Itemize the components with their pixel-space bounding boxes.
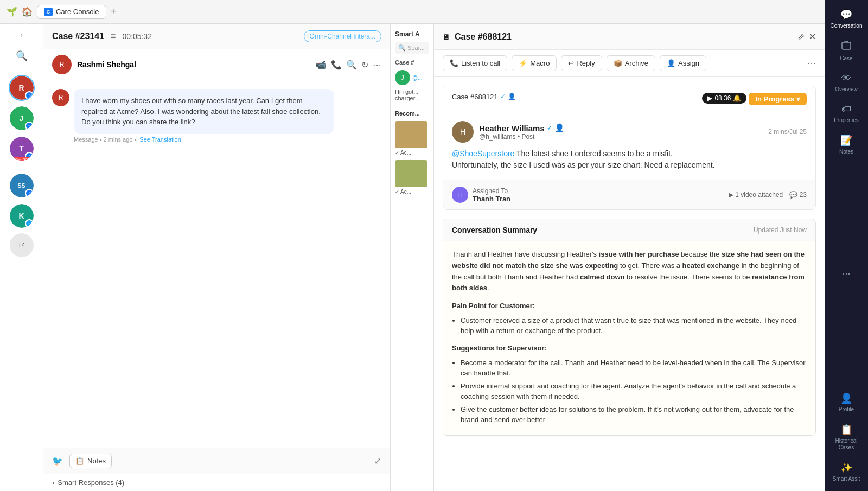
verified-icon: ✓ [500, 93, 506, 100]
sidebar-item-notes[interactable]: 📝 Notes [825, 130, 868, 160]
recommend-label: Recom... [395, 110, 429, 117]
overview-label: Overview [835, 86, 858, 93]
close-icon[interactable]: ✕ [809, 31, 816, 42]
post-text-1: The latest shoe I ordered seems to be a … [516, 149, 673, 158]
twitter-icon: 🐦 [52, 456, 63, 466]
sidebar-item-properties[interactable]: 🏷 Properties [825, 99, 868, 128]
sidebar-item-more[interactable]: ··· [825, 264, 868, 284]
pain-point-item: Customer received a size of a product th… [461, 315, 807, 336]
refresh-icon[interactable]: ↻ [361, 60, 368, 70]
sidebar-item-historical-cases[interactable]: 📋 Historical Cases [825, 419, 868, 455]
chat-footer: 🐦 📋 Notes ⤢ [43, 448, 390, 474]
summary-header: Conversation Summary Updated Just Now [443, 219, 815, 241]
smart-message-preview: Hi i got...charger... [395, 88, 429, 101]
listen-to-call-button[interactable]: 📞 Listen to call [443, 55, 507, 71]
status-badge[interactable]: In Progress ▾ [749, 93, 807, 105]
more-options-icon[interactable]: ⋯ [373, 60, 381, 70]
post-footer: TT Assigned To Thanh Tran ▶ 1 video atta… [443, 180, 815, 209]
profile-icon: 👤 [840, 392, 852, 404]
sidebar-item-overview[interactable]: 👁 Overview [825, 68, 868, 97]
volume-icon: 🔔 [733, 94, 741, 102]
notes-icon: 📝 [840, 135, 852, 146]
customer-verified-icon: ✓ [547, 124, 552, 132]
customer-info: H Heather Williams ✓ 👤 @h_williams • [452, 121, 807, 143]
browser-bar: 🌱 🏠 C Care Console + [0, 0, 825, 24]
smart-assist-search[interactable]: 🔍 Sear... [395, 42, 429, 54]
conv-header: Case #688121 ✓ 👤 ▶ 08:36 🔔 In Progress ▾ [443, 86, 815, 112]
timer-value: 08:36 [714, 94, 731, 102]
message-meta: Message • 2 mins ago • See Translation [74, 136, 334, 143]
case-panel: 🖥 Case #688121 ⇗ ✕ 📞 Listen to call ⚡ Ma… [434, 24, 825, 491]
video-attachment: ▶ 1 video attached [729, 191, 783, 199]
conversation-label: Conversation [831, 23, 863, 29]
supervisor-list: Become a moderator for the call. Thanh a… [452, 358, 807, 425]
brand-mention: @ShoeSuperstore [452, 149, 514, 158]
properties-icon: 🏷 [841, 104, 851, 115]
smart-assist-panel: Smart A 🔍 Sear... Case # J @... Hi i got… [391, 24, 434, 491]
summary-title: Conversation Summary [452, 226, 537, 234]
smart-responses[interactable]: › Smart Responses (4) [43, 474, 390, 491]
pulse-icon: ▶ [707, 94, 712, 102]
assign-button[interactable]: 👤 Assign [660, 55, 706, 71]
case-panel-header: 🖥 Case #688121 ⇗ ✕ [434, 24, 825, 50]
supervisor-section: Suggestions for Supervisor: Become a mod… [452, 343, 807, 425]
chat-panel: Case #23141 ≡ 00:05:32 Omni-Channel Inte… [43, 24, 391, 491]
home-icon[interactable]: 🏠 [22, 7, 33, 17]
archive-button[interactable]: 📦 Archive [607, 55, 655, 71]
conv-case-label: Case #688121 [452, 93, 498, 101]
avatar-rashmi[interactable]: R f [9, 75, 35, 101]
see-translation-link[interactable]: See Translation [139, 136, 181, 143]
sidebar-item-smart-assist[interactable]: ✨ Smart Assit [825, 457, 868, 487]
share-icon[interactable]: ⇗ [797, 31, 805, 42]
summary-updated: Updated Just Now [754, 226, 807, 234]
chat-menu-icon[interactable]: ≡ [111, 31, 116, 41]
pain-point-title: Pain Point for Customer: [452, 301, 807, 312]
recommend-action-2[interactable]: ✓Ac... [395, 189, 429, 195]
browser-logo: 🌱 [7, 7, 17, 17]
more-avatars[interactable]: +4 [10, 233, 34, 257]
avatar-k[interactable]: K t [9, 203, 35, 229]
search-chat-icon[interactable]: 🔍 [346, 60, 357, 70]
chat-header: Case #23141 ≡ 00:05:32 Omni-Channel Inte… [43, 24, 390, 49]
customer-name: Heather Williams ✓ 👤 [479, 123, 565, 133]
historical-cases-label: Historical Cases [827, 438, 866, 451]
sidebar-item-case[interactable]: Case [825, 36, 868, 66]
supervisor-item-2: Provide internal support and coaching fo… [461, 381, 807, 402]
tab-label: Care Console [56, 8, 99, 16]
search-icon[interactable]: 🔍 [11, 46, 32, 66]
macro-icon: ⚡ [519, 59, 527, 67]
video-icon[interactable]: 📹 [316, 60, 327, 70]
summary-intro: Thanh and Heather have discussing Heathe… [452, 249, 807, 294]
expand-icon[interactable]: ⤢ [374, 456, 381, 466]
case-toolbar: 📞 Listen to call ⚡ Macro ↩ Reply 📦 Archi… [434, 50, 825, 77]
sidebar-item-conversation[interactable]: 💬 Conversation [825, 4, 868, 34]
case-icon [841, 40, 852, 53]
agent-badge: 👤 [508, 93, 516, 100]
sidebar-item-profile[interactable]: 👤 Profile [825, 388, 868, 417]
avatar-j[interactable]: J f [9, 105, 35, 131]
recommend-action-1[interactable]: ✓Ac... [395, 150, 429, 156]
avatar-t[interactable]: T f 10m 32s [9, 136, 35, 162]
message-row: R I have worn my shoes out with so many … [52, 89, 334, 143]
twitter-badge: t [25, 219, 34, 228]
avatar-ss[interactable]: SS f [9, 173, 35, 199]
add-tab-button[interactable]: + [111, 6, 117, 17]
message-bubble: I have worn my shoes out with so many ra… [74, 89, 334, 134]
facebook-badge: f [25, 91, 34, 100]
notes-button[interactable]: 📋 Notes [69, 454, 112, 468]
browser-tab[interactable]: C Care Console [37, 5, 106, 19]
phone-icon[interactable]: 📞 [331, 60, 342, 70]
post-text-2: Unfortunately, the size I used was as pe… [452, 161, 715, 169]
smart-case-avatar: J [395, 70, 410, 85]
reply-button[interactable]: ↩ Reply [561, 55, 602, 71]
collapse-panel-icon[interactable]: › [18, 28, 25, 41]
left-panel: › 🔍 R f J f T f 10m 32s SS f K [0, 24, 43, 491]
toolbar-more-icon[interactable]: ⋯ [807, 58, 816, 68]
macro-button[interactable]: ⚡ Macro [512, 55, 557, 71]
customer-handle: @h_williams • Post [479, 133, 565, 141]
case-icon: 🖥 [443, 33, 450, 41]
chat-user-actions: 📹 📞 🔍 ↻ ⋯ [316, 60, 381, 70]
avatar-timer: 10m 32s [11, 157, 31, 162]
chat-case-id: Case #23141 [52, 31, 104, 41]
chat-timer: 00:05:32 [122, 32, 152, 41]
